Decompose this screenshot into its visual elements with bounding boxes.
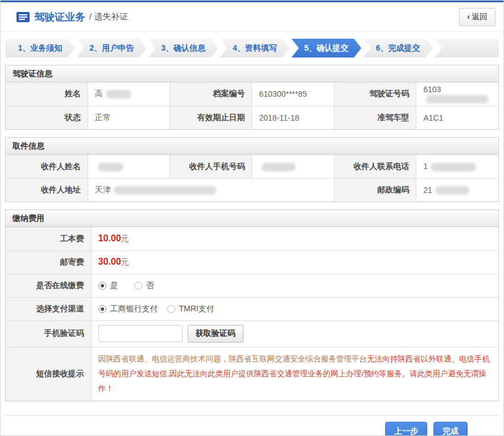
step-progress-bar: 1、业务须知 2、用户申告 3、确认信息 4、资料填写 5、确认提交 6、完成提…: [5, 39, 499, 57]
file-number-value: 610300****85: [252, 83, 334, 106]
table-row: 是否在线缴费 是 否: [6, 274, 498, 297]
fee-amount: 10.00: [98, 233, 121, 243]
postcode-label: 邮政编码: [334, 178, 416, 201]
pickup-info-table: 收件人姓名 收件人手机号码 收件人联系电话 1 收件人地址 天津 邮政编码 21: [6, 155, 498, 201]
back-chevron-icon: ‹: [467, 12, 470, 21]
step-bar-filler: [435, 39, 499, 57]
file-number-label: 档案编号: [170, 83, 252, 106]
payment-section-title: 缴纳费用: [6, 210, 498, 227]
production-fee-label: 工本费: [6, 227, 91, 250]
redacted-blur: [435, 186, 469, 195]
payment-section: 缴纳费用 工本费 10.00元 邮寄费 30.00元 是否在线缴费 是 否 选择…: [5, 209, 499, 401]
back-button-label: 返回: [472, 12, 488, 21]
recipient-address-value: 天津: [88, 178, 334, 201]
recipient-mobile-label: 收件人手机号码: [170, 155, 252, 178]
recipient-phone-label: 收件人联系电话: [334, 155, 416, 178]
redacted-blur: [262, 163, 296, 171]
pickup-info-section: 取件信息 收件人姓名 收件人手机号码 收件人联系电话 1 收件人地址 天津 邮政…: [5, 137, 499, 202]
radio-selected-icon[interactable]: [98, 305, 106, 313]
sms-notice-text: 因陕西省联通、电信运营商技术问题，陕西省互联网交通安全综合服务管理平台无法向持陕…: [91, 347, 498, 401]
table-row: 姓名 高 档案编号 610300****85 驾驶证号码 6103: [6, 83, 498, 106]
recipient-name-label: 收件人姓名: [6, 155, 88, 178]
sms-code-field-cell: 获取验证码: [91, 320, 498, 347]
table-row: 收件人姓名 收件人手机号码 收件人联系电话 1: [6, 155, 498, 178]
expiry-date-value: 2018-11-18: [252, 106, 334, 129]
radio-option-no[interactable]: 否: [134, 281, 154, 291]
radio-option-icbc[interactable]: 工商银行支付: [98, 304, 158, 314]
recipient-name-value: [88, 155, 170, 178]
redacted-blur: [431, 163, 476, 171]
status-label: 状态: [6, 106, 88, 129]
sms-code-label: 手机验证码: [6, 320, 91, 347]
radio-option-tmri[interactable]: TMRI支付: [167, 304, 214, 314]
license-number-value: 6103: [416, 83, 498, 106]
step-1-business-notes[interactable]: 1、业务须知: [5, 39, 75, 57]
table-row: 手机验证码 获取验证码: [6, 320, 498, 347]
document-list-icon: [16, 12, 30, 22]
step-4-fill-data[interactable]: 4、资料填写: [220, 39, 290, 57]
sms-notice-label: 短信接收提示: [6, 347, 91, 401]
license-number-label: 驾驶证号码: [334, 83, 416, 106]
finish-button[interactable]: 完成: [433, 422, 468, 436]
pickup-section-title: 取件信息: [6, 138, 498, 155]
table-row: 状态 正常 有效期止日期 2018-11-18 准驾车型 A1C1: [6, 106, 498, 129]
license-info-section: 驾驶证信息 姓名 高 档案编号 610300****85 驾驶证号码 6103 …: [5, 65, 499, 130]
table-row: 收件人地址 天津 邮政编码 21: [6, 178, 498, 201]
postcode-value: 21: [416, 178, 498, 201]
postage-fee-label: 邮寄费: [6, 250, 91, 274]
payment-table: 工本费 10.00元 邮寄费 30.00元 是否在线缴费 是 否 选择支付渠道 …: [6, 227, 498, 401]
previous-step-button[interactable]: 上一步: [385, 422, 427, 436]
sms-code-input[interactable]: [98, 325, 183, 342]
table-row: 选择支付渠道 工商银行支付 TMRI支付: [6, 297, 498, 320]
footer-action-bar: 上一步 完成: [5, 415, 499, 436]
vehicle-class-label: 准驾车型: [334, 106, 416, 129]
postage-fee-value: 30.00元: [91, 250, 498, 274]
redacted-blur: [114, 186, 216, 195]
expiry-date-label: 有效期止日期: [170, 106, 252, 129]
license-info-table: 姓名 高 档案编号 610300****85 驾驶证号码 6103 状态 正常 …: [6, 83, 498, 129]
redacted-blur: [426, 95, 489, 104]
step-6-complete-submit[interactable]: 6、完成提交: [363, 39, 433, 57]
fee-unit: 元: [121, 234, 129, 243]
page-title: 驾驶证业务: [34, 10, 85, 24]
online-pay-options: 是 否: [91, 274, 498, 297]
radio-unselected-icon[interactable]: [167, 305, 175, 313]
vehicle-class-value: A1C1: [416, 106, 498, 129]
pay-channel-options: 工商银行支付 TMRI支付: [91, 297, 498, 320]
table-row: 工本费 10.00元: [6, 227, 498, 250]
recipient-address-label: 收件人地址: [6, 178, 88, 201]
status-value: 正常: [88, 106, 170, 129]
step-3-confirm-info[interactable]: 3、确认信息: [148, 39, 218, 57]
fee-unit: 元: [121, 257, 129, 266]
breadcrumb-current: / 遗失补证: [89, 11, 128, 22]
page-header: 驾驶证业务 / 遗失补证 ‹返回: [1, 2, 503, 32]
redacted-blur: [98, 163, 123, 171]
radio-unselected-icon[interactable]: [134, 282, 142, 290]
get-code-button[interactable]: 获取验证码: [188, 325, 243, 343]
step-2-user-declaration[interactable]: 2、用户申告: [77, 39, 147, 57]
name-label: 姓名: [6, 83, 88, 106]
production-fee-value: 10.00元: [91, 227, 498, 250]
step-5-confirm-submit[interactable]: 5、确认提交: [291, 39, 361, 57]
name-value: 高: [88, 83, 170, 106]
redacted-blur: [106, 90, 131, 98]
pay-channel-label: 选择支付渠道: [6, 297, 91, 320]
back-button[interactable]: ‹返回: [459, 8, 495, 26]
table-row: 邮寄费 30.00元: [6, 250, 498, 274]
recipient-phone-value: 1: [416, 155, 498, 178]
radio-selected-icon[interactable]: [98, 282, 106, 290]
fee-amount: 30.00: [98, 257, 121, 266]
online-pay-label: 是否在线缴费: [6, 274, 91, 297]
recipient-mobile-value: [252, 155, 334, 178]
license-section-title: 驾驶证信息: [6, 65, 498, 83]
radio-option-yes[interactable]: 是: [98, 281, 118, 291]
table-row: 短信接收提示 因陕西省联通、电信运营商技术问题，陕西省互联网交通安全综合服务管理…: [6, 347, 498, 401]
